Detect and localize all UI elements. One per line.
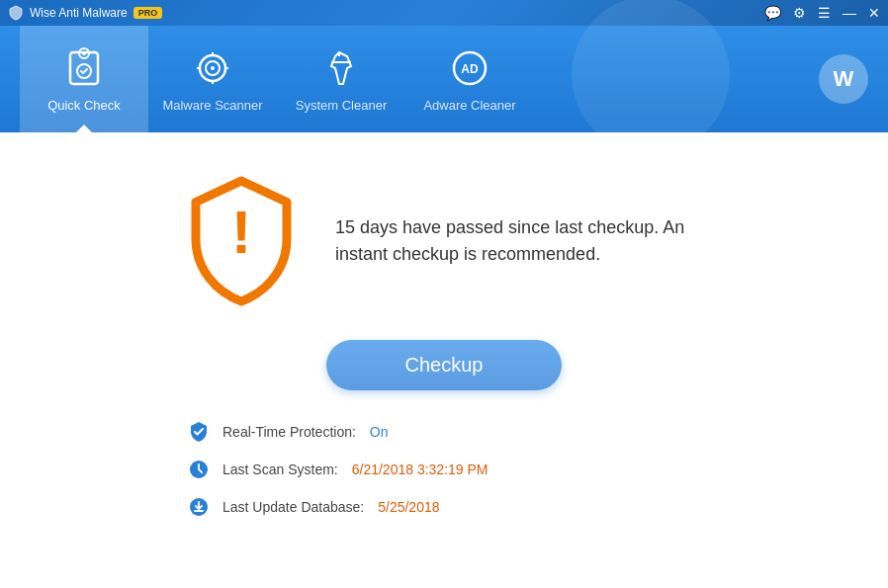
minimize-button[interactable]: — [843,6,856,20]
titlebar: Wise Anti Malware PRO 💬 ⚙ ☰ — ✕ [0,0,888,26]
status-item-last-scan: Last Scan System: 6/21/2018 3:32:19 PM [187,458,701,481]
nav-label-malware-scanner: Malware Scanner [162,98,262,113]
warning-message: 15 days have passed since last checkup. … [335,214,711,268]
status-list: Real-Time Protection: On Last Scan Syste… [187,420,701,519]
svg-text:!: ! [231,198,252,266]
nav-item-malware-scanner[interactable]: Malware Scanner [148,26,277,132]
quick-check-icon [62,46,106,90]
user-avatar[interactable]: W [819,54,868,104]
app-logo-icon [8,5,24,21]
adware-cleaner-icon: AD [448,46,491,90]
last-update-value: 5/25/2018 [378,499,439,515]
svg-rect-0 [70,52,98,84]
main-content: ! 15 days have passed since last checkup… [0,132,888,588]
app-title: Wise Anti Malware [30,6,128,20]
status-item-last-update: Last Update Database: 5/25/2018 [187,495,701,519]
nav-item-adware-cleaner[interactable]: AD Adware Cleaner [405,26,534,132]
svg-point-6 [211,66,215,70]
malware-scanner-icon [191,46,234,90]
warning-shield: ! [177,172,306,310]
last-scan-value: 6/21/2018 3:32:19 PM [352,462,488,477]
svg-text:AD: AD [461,62,479,76]
real-time-protection-value[interactable]: On [370,424,389,440]
pro-badge: PRO [133,7,163,19]
clock-icon [187,458,211,481]
svg-point-2 [82,51,86,55]
nav-label-quick-check: Quick Check [47,98,121,113]
titlebar-controls: 💬 ⚙ ☰ — ✕ [764,6,880,20]
shield-check-icon [187,420,211,444]
chat-icon[interactable]: 💬 [764,6,781,20]
status-item-real-time-protection: Real-Time Protection: On [187,420,701,444]
settings-icon[interactable]: ⚙ [793,6,806,20]
warning-section: ! 15 days have passed since last checkup… [177,172,711,310]
titlebar-left: Wise Anti Malware PRO [8,5,162,21]
nav-item-system-cleaner[interactable]: System Cleaner [277,26,405,132]
download-icon [187,495,211,519]
nav-label-system-cleaner: System Cleaner [296,98,387,113]
nav-items: Quick Check Malware Scanner S [20,26,534,132]
checkup-button[interactable]: Checkup [326,340,563,390]
close-button[interactable]: ✕ [868,6,880,20]
real-time-protection-label: Real-Time Protection: [222,424,356,440]
system-cleaner-icon [319,46,363,90]
nav-label-adware-cleaner: Adware Cleaner [423,98,515,113]
menu-icon[interactable]: ☰ [818,6,831,20]
last-update-label: Last Update Database: [222,499,364,515]
last-scan-label: Last Scan System: [222,462,338,477]
nav-item-quick-check[interactable]: Quick Check [20,26,148,132]
navbar: Quick Check Malware Scanner S [0,26,888,132]
